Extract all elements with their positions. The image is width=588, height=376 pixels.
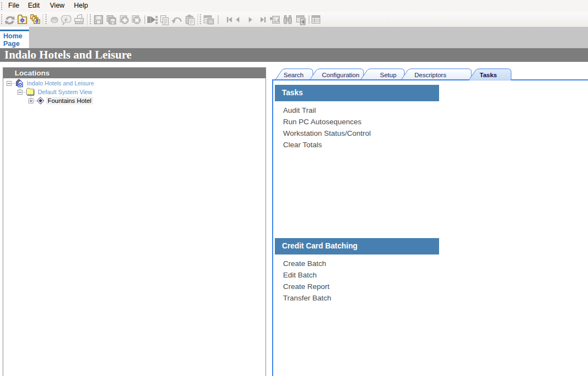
- svg-text:é: é: [65, 16, 67, 22]
- svg-text:Configuration: Configuration: [322, 72, 359, 78]
- svg-text:Tasks: Tasks: [480, 72, 497, 78]
- svg-text:Descriptors: Descriptors: [414, 72, 446, 78]
- svg-text:Setup: Setup: [380, 72, 396, 78]
- svg-text:14: 14: [274, 18, 279, 23]
- svg-text:Search: Search: [284, 72, 303, 78]
